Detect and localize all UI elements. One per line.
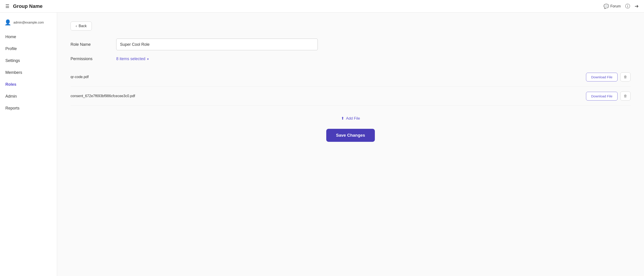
sidebar-item-settings[interactable]: Settings (0, 55, 57, 67)
sidebar-item-members[interactable]: Members (0, 67, 57, 79)
sidebar-item-home[interactable]: Home (0, 31, 57, 43)
file-actions-1: Download File 🗑 (586, 72, 630, 81)
topnav-right: 💬 Forum ⓘ ➜ (604, 3, 639, 10)
layout: 👤 admin@example.com Home Profile Setting… (0, 13, 644, 276)
save-changes-button[interactable]: Save Changes (326, 129, 375, 142)
user-email: admin@example.com (14, 21, 44, 24)
sidebar-nav: Home Profile Settings Members Roles Admi… (0, 31, 57, 114)
sidebar: 👤 admin@example.com Home Profile Setting… (0, 13, 57, 276)
help-icon[interactable]: ⓘ (625, 3, 630, 10)
add-file-label: Add File (346, 116, 360, 121)
trash-icon-1: 🗑 (624, 75, 627, 79)
role-name-label: Role Name (70, 42, 111, 47)
back-button[interactable]: ‹ Back (70, 22, 92, 31)
file-name-2: consent_672e7f693bf986cfcecee3c0.pdf (70, 94, 135, 98)
permissions-label: Permissions (70, 57, 111, 61)
upload-icon: ⬆ (341, 116, 344, 121)
sidebar-item-admin[interactable]: Admin (0, 90, 57, 102)
sidebar-item-reports[interactable]: Reports (0, 102, 57, 114)
file-name-1: qr-code.pdf (70, 75, 89, 79)
table-row: consent_672e7f693bf986cfcecee3c0.pdf Dow… (70, 87, 630, 106)
actions-center: ⬆ Add File Save Changes (70, 108, 630, 142)
download-file-button-1[interactable]: Download File (586, 73, 618, 81)
delete-file-button-1[interactable]: 🗑 (620, 72, 630, 81)
app-title: Group Name (13, 3, 42, 9)
permissions-row: Permissions 8 items selected ▾ (70, 57, 630, 61)
chevron-down-icon: ▾ (147, 57, 149, 61)
topnav-left: ☰ Group Name (5, 3, 604, 9)
user-info: 👤 admin@example.com (0, 17, 57, 31)
back-button-label: Back (78, 24, 87, 28)
permissions-selected-text: 8 items selected (116, 57, 145, 61)
table-row: qr-code.pdf Download File 🗑 (70, 68, 630, 87)
role-name-input[interactable] (116, 39, 318, 50)
forum-icon: 💬 (604, 4, 609, 9)
sidebar-item-profile[interactable]: Profile (0, 43, 57, 55)
forum-label: Forum (610, 4, 621, 8)
trash-icon-2: 🗑 (624, 94, 627, 98)
files-section: qr-code.pdf Download File 🗑 consent_672e… (70, 68, 630, 106)
logout-icon[interactable]: ➜ (634, 3, 639, 9)
download-file-button-2[interactable]: Download File (586, 92, 618, 100)
top-nav: ☰ Group Name 💬 Forum ⓘ ➜ (0, 0, 644, 13)
permissions-dropdown[interactable]: 8 items selected ▾ (116, 57, 149, 61)
forum-link[interactable]: 💬 Forum (604, 4, 621, 9)
back-chevron-icon: ‹ (76, 24, 77, 28)
sidebar-item-roles[interactable]: Roles (0, 79, 57, 90)
main-content: ‹ Back Role Name Permissions 8 items sel… (57, 13, 644, 276)
menu-icon[interactable]: ☰ (5, 4, 10, 9)
add-file-button[interactable]: ⬆ Add File (341, 114, 360, 122)
user-avatar-icon: 👤 (4, 19, 11, 26)
file-actions-2: Download File 🗑 (586, 92, 630, 100)
role-name-row: Role Name (70, 39, 630, 50)
delete-file-button-2[interactable]: 🗑 (620, 92, 630, 100)
